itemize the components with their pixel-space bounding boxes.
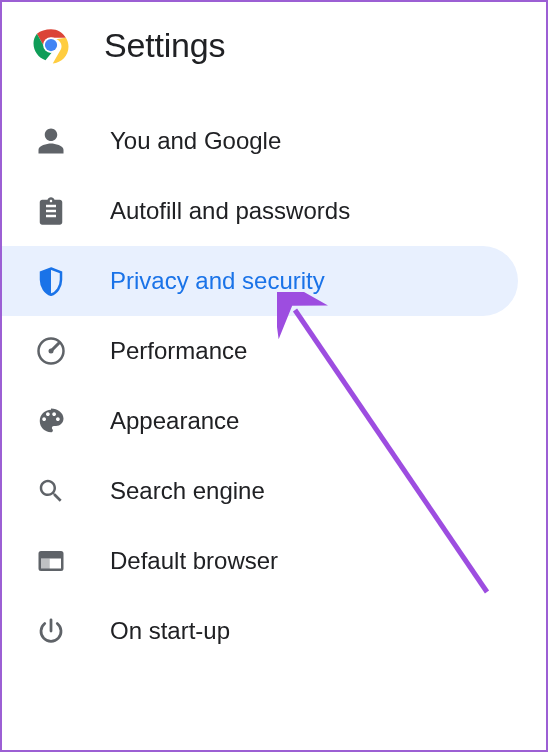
browser-window-icon [36,546,66,576]
nav-item-on-startup[interactable]: On start-up [2,596,518,666]
chrome-logo-icon [30,24,72,66]
nav-item-you-and-google[interactable]: You and Google [2,106,518,176]
nav-item-label: Search engine [110,477,265,505]
nav-item-default-browser[interactable]: Default browser [2,526,518,596]
svg-point-4 [49,349,54,354]
nav-item-label: Appearance [110,407,239,435]
clipboard-icon [36,196,66,226]
palette-icon [36,406,66,436]
settings-sidebar: You and Google Autofill and passwords Pr… [2,84,546,666]
nav-item-label: Autofill and passwords [110,197,350,225]
search-icon [36,476,66,506]
nav-item-privacy-security[interactable]: Privacy and security [2,246,518,316]
nav-item-performance[interactable]: Performance [2,316,518,386]
nav-item-autofill[interactable]: Autofill and passwords [2,176,518,246]
nav-item-search-engine[interactable]: Search engine [2,456,518,526]
shield-icon [36,266,66,296]
nav-item-label: Default browser [110,547,278,575]
person-icon [36,126,66,156]
svg-rect-7 [40,559,50,570]
nav-item-label: Privacy and security [110,267,325,295]
nav-item-appearance[interactable]: Appearance [2,386,518,456]
speedometer-icon [36,336,66,366]
settings-header: Settings [2,2,546,84]
svg-point-2 [45,39,57,51]
nav-item-label: You and Google [110,127,281,155]
svg-rect-6 [40,552,63,558]
page-title: Settings [104,26,225,65]
nav-item-label: On start-up [110,617,230,645]
power-icon [36,616,66,646]
nav-item-label: Performance [110,337,247,365]
